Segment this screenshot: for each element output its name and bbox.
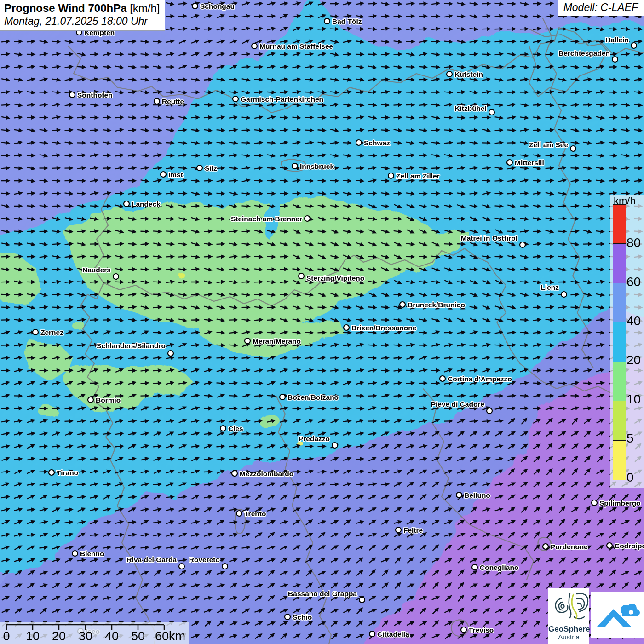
city-label: Treviso bbox=[469, 626, 494, 634]
legend-segment bbox=[613, 322, 626, 362]
city-dot bbox=[299, 273, 304, 279]
city-label: Spilimbergo bbox=[599, 499, 641, 507]
city-label: Riva del Garda bbox=[126, 556, 177, 564]
city-dot bbox=[359, 597, 365, 603]
legend-segment bbox=[613, 204, 626, 244]
legend-tick-label: 10 bbox=[627, 392, 641, 407]
city-marker: Silz bbox=[197, 164, 217, 172]
city-dot bbox=[233, 96, 238, 102]
scale-number: 60km bbox=[155, 629, 185, 644]
city-label: Zernez bbox=[40, 328, 63, 336]
map-scale-bar: 0102030405060km bbox=[0, 622, 189, 644]
city-label: Zell am See bbox=[529, 141, 569, 149]
city-label: Bad Tölz bbox=[332, 17, 362, 25]
city-label: Matrei in Osttirol bbox=[461, 234, 518, 242]
city-marker: Cortina d'Ampezzo bbox=[440, 375, 512, 383]
city-dot bbox=[607, 543, 612, 548]
city-label: Trento bbox=[244, 510, 266, 518]
city-label: Pordenone bbox=[551, 543, 588, 551]
legend-tick-label: 80 bbox=[627, 236, 641, 250]
city-dot bbox=[612, 57, 618, 62]
city-dot bbox=[232, 471, 237, 476]
city-label: Innsbruck bbox=[300, 162, 334, 170]
city-label: Rovereto bbox=[189, 556, 220, 564]
city-marker: Meran/Merano bbox=[245, 337, 301, 345]
partner-logo bbox=[591, 592, 644, 638]
city-dot bbox=[520, 242, 525, 247]
legend-tick-label: 0 bbox=[627, 470, 634, 485]
city-dot bbox=[440, 376, 445, 381]
scale-number: 30 bbox=[79, 629, 92, 644]
city-label: Nauders bbox=[82, 266, 111, 274]
city-dot bbox=[49, 470, 54, 475]
legend-segment bbox=[613, 440, 626, 480]
city-dot bbox=[154, 98, 160, 104]
city-label: Bormio bbox=[96, 396, 121, 404]
city-dot bbox=[222, 564, 228, 569]
city-marker: Mezzolombardo bbox=[232, 470, 293, 477]
city-label: Steinach am Brenner bbox=[231, 215, 302, 223]
scale-number: 10 bbox=[26, 629, 40, 644]
legend-tick-label: 60 bbox=[627, 275, 641, 289]
city-dot bbox=[461, 627, 466, 632]
city-label: Silz bbox=[205, 164, 217, 172]
valid-time: Montag, 21.07.2025 18:00 Uhr bbox=[4, 15, 160, 28]
city-dot bbox=[356, 140, 362, 145]
city-dot bbox=[507, 160, 512, 165]
city-dot bbox=[88, 397, 93, 402]
mountain-cloud-icon bbox=[591, 592, 644, 638]
city-marker: Brixen/Bressanone bbox=[344, 324, 417, 332]
city-marker: Feltre bbox=[396, 526, 423, 534]
city-label: Brixen/Bressanone bbox=[351, 324, 417, 332]
scale-number: 20 bbox=[52, 629, 66, 644]
city-label: Schlanders/Silandro bbox=[97, 342, 166, 350]
city-dot bbox=[124, 201, 129, 207]
scale-number: 40 bbox=[105, 629, 119, 644]
city-dot bbox=[456, 492, 462, 498]
city-marker: Steinach am Brenner bbox=[231, 215, 310, 223]
city-label: Sterzing/Vipiteno bbox=[306, 274, 364, 282]
city-dot bbox=[220, 426, 226, 431]
weather-map-canvas: SchongauBad TölzKemptenMurnau am Staffel… bbox=[0, 0, 644, 644]
city-dot bbox=[245, 338, 250, 344]
city-label: Meran/Merano bbox=[253, 337, 301, 345]
city-dot bbox=[305, 216, 310, 221]
city-dot bbox=[236, 511, 242, 516]
legend-color-bar bbox=[613, 205, 625, 480]
city-label: Murnau am Staffelsee bbox=[259, 42, 334, 50]
scale-number: 0 bbox=[3, 629, 10, 644]
city-dot bbox=[332, 443, 338, 448]
city-marker: Garmisch-Partenkirchen bbox=[233, 95, 323, 103]
city-dot bbox=[489, 109, 494, 115]
city-marker: Bruneck/Brunico bbox=[400, 301, 465, 309]
city-dot bbox=[369, 631, 375, 637]
city-label: Garmisch-Partenkirchen bbox=[241, 95, 323, 103]
city-dot bbox=[161, 172, 166, 177]
city-dot bbox=[472, 564, 477, 570]
city-marker: Bozen/Bolzano bbox=[280, 393, 339, 401]
scale-number: 50 bbox=[131, 629, 145, 644]
city-dot bbox=[487, 408, 492, 414]
legend: km/h 806040201050 bbox=[610, 195, 644, 488]
city-label: Schio bbox=[293, 613, 312, 621]
city-dot bbox=[192, 3, 198, 9]
city-dot bbox=[69, 92, 75, 98]
city-marker: Zell am Ziller bbox=[388, 172, 440, 180]
city-label: Bassano del Grappa bbox=[288, 590, 357, 598]
city-label: Schwaz bbox=[364, 139, 390, 147]
city-label: Feltre bbox=[403, 526, 423, 534]
city-dot bbox=[179, 564, 184, 569]
city-label: Bozen/Bolzano bbox=[288, 393, 339, 401]
city-label: Mezzolombardo bbox=[240, 470, 293, 477]
city-dot bbox=[280, 394, 285, 400]
city-label: Pieve di Cadore bbox=[431, 400, 485, 408]
city-dot bbox=[388, 173, 394, 178]
city-dot bbox=[197, 165, 202, 171]
city-dot bbox=[570, 146, 576, 151]
title-unit: [km/h] bbox=[130, 2, 160, 14]
city-dot bbox=[447, 71, 452, 77]
city-marker: Cles bbox=[220, 425, 243, 432]
city-dot bbox=[292, 163, 298, 169]
legend-segment bbox=[613, 401, 626, 441]
city-dot bbox=[396, 527, 401, 533]
